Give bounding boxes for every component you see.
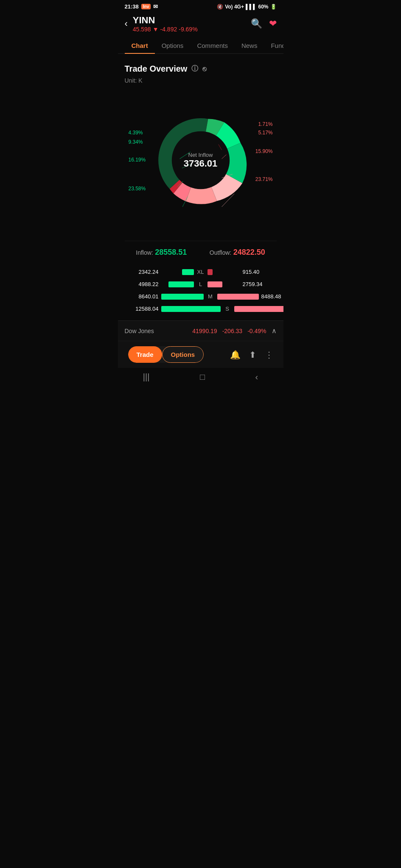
outflow-label: Outflow: xyxy=(210,249,231,256)
header-icons: 🔍 ❤ xyxy=(251,18,277,29)
bar-row-m: 8640.01 M 8488.48 xyxy=(128,293,273,300)
svg-point-0 xyxy=(171,131,229,189)
label-right-mid: 15.90% xyxy=(255,148,273,154)
bar-xl-outflow-val: 915.40 xyxy=(243,269,273,275)
bar-l-outflow-bar xyxy=(208,281,240,287)
price-value: 45.598 xyxy=(133,26,151,33)
ticker-price: 45.598 ▼ -4.892 -9.69% xyxy=(133,26,246,33)
heart-icon[interactable]: ❤ xyxy=(269,18,277,29)
label-left-top1: 4.39% xyxy=(129,130,143,136)
bar-m-outflow-bar xyxy=(217,294,259,300)
bar-xl-red xyxy=(208,269,213,275)
price-change: -4.892 xyxy=(160,26,177,33)
stats-row: Inflow: 28558.51 Outflow: 24822.50 xyxy=(125,241,277,264)
label-left-mid: 16.19% xyxy=(129,157,146,163)
nav-icons: 🔔 ⬆ ⋮ xyxy=(230,350,273,360)
bar-l-red xyxy=(208,281,222,287)
signal-text: Vo) 4G+ xyxy=(225,4,244,10)
bar-s-red xyxy=(234,306,283,312)
bar-chart: 2342.24 XL 915.40 4988.22 L 2759.34 8640… xyxy=(125,269,277,312)
info-icon[interactable]: ⓘ xyxy=(191,64,198,73)
bar-s-green xyxy=(161,306,221,312)
bar-l-inflow-bar xyxy=(161,281,194,287)
home-button[interactable]: □ xyxy=(200,372,205,382)
chevron-up-icon[interactable]: ∧ xyxy=(272,327,277,335)
status-right: 🔇 Vo) 4G+ ▌▌▌ 60% 🔋 xyxy=(217,4,276,10)
label-left-top2: 9.34% xyxy=(129,139,143,145)
ticker-symbol: YINN xyxy=(133,15,246,26)
status-time: 21:38 xyxy=(125,3,139,10)
mail-icon: ✉ xyxy=(153,3,158,10)
bar-l-inflow-val: 4988.22 xyxy=(128,281,159,287)
tabs: Chart Options Comments News Fund xyxy=(118,38,283,54)
bar-xl-inflow-bar xyxy=(161,269,194,275)
back-button[interactable]: ‹ xyxy=(125,18,128,29)
battery-icon: 🔋 xyxy=(270,4,277,10)
trade-options-group: Trade Options xyxy=(128,346,204,363)
tab-options[interactable]: Options xyxy=(155,38,191,53)
tab-fund[interactable]: Fund xyxy=(264,38,283,53)
more-icon[interactable]: ⋮ xyxy=(265,350,273,360)
tab-news[interactable]: News xyxy=(235,38,264,53)
alert-icon[interactable]: 🔔 xyxy=(230,350,241,360)
stat-outflow: Outflow: 24822.50 xyxy=(210,248,265,257)
tab-comments[interactable]: Comments xyxy=(190,38,235,53)
bottom-ticker[interactable]: Dow Jones 41990.19 -206.33 -0.49% ∧ xyxy=(118,320,283,341)
mute-icon: 🔇 xyxy=(217,4,223,10)
outflow-value: 24822.50 xyxy=(233,248,265,256)
search-icon[interactable]: 🔍 xyxy=(251,18,262,29)
trade-button[interactable]: Trade xyxy=(128,346,162,363)
dow-jones-label: Dow Jones xyxy=(125,328,188,334)
header: ‹ YINN 45.598 ▼ -4.892 -9.69% 🔍 ❤ xyxy=(118,11,283,38)
back-system-button[interactable]: ‹ xyxy=(255,372,258,382)
tab-chart[interactable]: Chart xyxy=(125,38,155,53)
share-icon[interactable]: ⎋ xyxy=(202,65,207,73)
bar-m-outflow-val: 8488.48 xyxy=(261,293,283,300)
bar-s-size: S xyxy=(223,306,232,312)
bar-l-outflow-val: 2759.34 xyxy=(243,281,273,287)
options-button[interactable]: Options xyxy=(162,346,204,363)
bar-m-red xyxy=(217,294,259,300)
bar-l-size: L xyxy=(196,281,205,287)
bar-row-s: 12588.04 S 12659.28 xyxy=(128,306,273,312)
down-arrow: ▼ xyxy=(153,26,159,33)
price-change-pct: -9.69% xyxy=(179,26,197,33)
donut-svg xyxy=(154,114,247,207)
inflow-label: Inflow: xyxy=(136,249,153,256)
label-right-top2: 5.17% xyxy=(258,130,272,136)
bar-row-xl: 2342.24 XL 915.40 xyxy=(128,269,273,275)
bar-m-size: M xyxy=(206,293,215,300)
donut-chart-container: 4.39% 9.34% 16.19% 23.58% 1.71% 5.17% 15… xyxy=(129,92,273,228)
label-right-bottom: 23.71% xyxy=(255,176,273,182)
inflow-value: 28558.51 xyxy=(155,248,187,256)
system-nav: ||| □ ‹ xyxy=(118,368,283,389)
bar-m-green xyxy=(161,294,204,300)
bar-row-l: 4988.22 L 2759.34 xyxy=(128,281,273,287)
trade-overview-label: Trade Overview xyxy=(125,64,188,74)
dow-jones-pct: -0.49% xyxy=(247,328,266,334)
dow-jones-change: -206.33 xyxy=(222,328,242,334)
bar-xl-outflow-bar xyxy=(208,269,240,275)
header-title: YINN 45.598 ▼ -4.892 -9.69% xyxy=(133,15,246,33)
bar-s-inflow-bar xyxy=(161,306,221,312)
bar-m-inflow-val: 8640.01 xyxy=(128,293,159,300)
battery-level: 60% xyxy=(258,4,268,10)
bottom-nav: Trade Options 🔔 ⬆ ⋮ xyxy=(118,341,283,368)
signal-bars: ▌▌▌ xyxy=(246,4,257,10)
inv-badge: Inv xyxy=(141,4,151,9)
bar-xl-green xyxy=(182,269,194,275)
unit-label: Unit: K xyxy=(125,77,277,84)
bar-xl-size: XL xyxy=(196,269,205,275)
bar-s-outflow-bar xyxy=(234,306,283,312)
status-bar: 21:38 Inv ✉ 🔇 Vo) 4G+ ▌▌▌ 60% 🔋 xyxy=(118,0,283,11)
dow-jones-value: 41990.19 xyxy=(192,328,217,334)
bar-m-inflow-bar xyxy=(161,294,204,300)
main-content: Trade Overview ⓘ ⎋ Unit: K 4.39% 9.34% 1… xyxy=(118,54,283,312)
share-nav-icon[interactable]: ⬆ xyxy=(249,350,256,360)
label-left-bottom: 23.58% xyxy=(129,186,146,192)
section-title: Trade Overview ⓘ ⎋ xyxy=(125,64,277,74)
stat-inflow: Inflow: 28558.51 xyxy=(136,248,187,257)
recent-apps-button[interactable]: ||| xyxy=(143,372,150,382)
bar-xl-inflow-val: 2342.24 xyxy=(128,269,159,275)
bar-l-green xyxy=(168,281,194,287)
